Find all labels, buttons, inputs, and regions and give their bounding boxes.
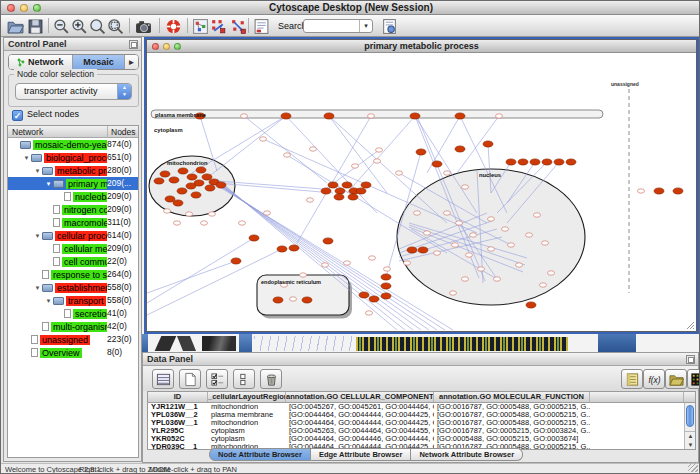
network-window-titlebar[interactable]: primary metabolic process (147, 40, 696, 53)
tab-edge-attribute-browser[interactable]: Edge Attribute Browser (311, 448, 411, 461)
graph-node[interactable] (566, 159, 576, 165)
graph-edge[interactable] (147, 261, 236, 293)
graph-node-small[interactable] (209, 212, 216, 216)
tree-row[interactable]: macromolecule311(0) (8, 216, 138, 229)
graph-node-small[interactable] (516, 263, 523, 267)
tree-expand-arrow[interactable]: ▼ (33, 233, 42, 239)
help-button[interactable] (165, 17, 183, 35)
tab-network[interactable]: Network (9, 55, 73, 69)
graph-node[interactable] (191, 192, 201, 198)
layout-grid-button[interactable] (210, 17, 228, 35)
graph-node-small[interactable] (508, 243, 515, 247)
tree-expand-arrow[interactable]: ▼ (22, 155, 31, 161)
graph-node[interactable] (328, 182, 338, 188)
graph-node-small[interactable] (241, 114, 248, 118)
graph-node[interactable] (418, 247, 428, 253)
layout-spring-button[interactable] (230, 17, 248, 35)
tree-row[interactable]: multi-organism pro42(0) (8, 320, 138, 333)
graph-node-small[interactable] (424, 231, 431, 235)
zoom-out-button[interactable] (53, 17, 71, 35)
graph-node[interactable] (202, 174, 212, 180)
graph-node[interactable] (407, 247, 417, 253)
graph-node[interactable] (348, 194, 358, 200)
graph-node-small[interactable] (239, 221, 246, 225)
graph-node-small[interactable] (174, 221, 181, 225)
tree-row[interactable]: ▼establishment of lo558(0) (8, 281, 138, 294)
graph-node-small[interactable] (450, 291, 457, 295)
graph-node-small[interactable] (300, 273, 307, 277)
graph-node[interactable] (342, 182, 352, 188)
graph-node[interactable] (281, 113, 291, 119)
tree-expand-arrow[interactable]: ▼ (44, 298, 53, 304)
tab-overflow-arrow[interactable]: ► (125, 55, 138, 69)
select-all-attributes-button[interactable] (152, 369, 174, 389)
table-scrollbar[interactable]: ▲▼ (684, 403, 695, 449)
new-attribute-button[interactable] (179, 369, 201, 389)
graph-node[interactable] (518, 159, 528, 165)
graph-node-small[interactable] (488, 247, 495, 251)
float-panel-icon[interactable] (129, 40, 138, 49)
graph-node-small[interactable] (444, 171, 451, 175)
graph-node[interactable] (455, 113, 465, 119)
table-row[interactable]: YLR295Ccytoplasm[GO:0045263, GO:0044464,… (148, 427, 695, 435)
graph-node-small[interactable] (462, 185, 469, 189)
birdseye-view-button[interactable] (192, 17, 210, 35)
tab-node-attribute-browser[interactable]: Node Attribute Browser (209, 448, 311, 461)
tree-row[interactable]: ▼primary metabo209(... (8, 177, 138, 190)
graph-node-small[interactable] (414, 211, 421, 215)
graph-node[interactable] (356, 188, 366, 194)
attribute-list-button[interactable] (621, 369, 643, 389)
graph-node-small[interactable] (284, 153, 291, 157)
graph-edge[interactable] (347, 116, 415, 193)
graph-node[interactable] (530, 159, 540, 165)
graph-node[interactable] (506, 159, 516, 165)
graph-node[interactable] (249, 235, 259, 241)
app-resize-grip[interactable] (688, 462, 698, 472)
tree-expand-arrow[interactable]: ▼ (33, 168, 42, 174)
graph-node-small[interactable] (164, 209, 171, 213)
graph-node-small[interactable] (404, 261, 411, 265)
graph-node[interactable] (323, 238, 333, 244)
graph-node[interactable] (160, 171, 170, 177)
graph-node-small[interactable] (374, 159, 381, 163)
tree-row[interactable]: cellular metabol209(0) (8, 242, 138, 255)
graph-node[interactable] (205, 185, 215, 191)
graph-node[interactable] (359, 292, 369, 298)
graph-node[interactable] (361, 182, 371, 188)
graph-node[interactable] (673, 188, 683, 194)
zoom-in-button[interactable] (71, 17, 89, 35)
heatmap-button[interactable] (687, 369, 700, 389)
graph-node[interactable] (277, 246, 287, 252)
graph-edge[interactable] (297, 116, 371, 243)
graph-node[interactable] (526, 302, 536, 308)
graph-node-small[interactable] (466, 253, 473, 257)
tree-row[interactable]: Overview8(0) (8, 346, 138, 359)
float-panel-icon[interactable] (686, 355, 695, 364)
function-builder-button[interactable]: f(x) (643, 369, 665, 389)
graph-node[interactable] (554, 159, 564, 165)
graph-edge[interactable] (207, 116, 286, 178)
graph-node[interactable] (194, 180, 204, 186)
graph-node[interactable] (334, 194, 344, 200)
scrollbar-thumb[interactable] (686, 405, 694, 427)
graph-node[interactable] (369, 296, 379, 302)
graph-node[interactable] (173, 200, 183, 206)
graph-node[interactable] (381, 283, 391, 289)
graph-node-small[interactable] (488, 217, 495, 221)
table-row[interactable]: YPL036W__2plasma membrane[GO:0044464, GO… (148, 411, 695, 419)
graph-node-small[interactable] (434, 251, 441, 255)
tree-row[interactable]: ▼cellular process614(0) (8, 229, 138, 242)
graph-node-small[interactable] (384, 267, 391, 271)
graph-node-small[interactable] (496, 114, 503, 118)
select-nodes-checkbox[interactable]: ✓ (12, 110, 23, 121)
graph-node-small[interactable] (494, 277, 501, 281)
graph-node-small[interactable] (344, 261, 351, 265)
graph-node[interactable] (324, 113, 334, 119)
open-session-button[interactable] (7, 17, 25, 35)
table-column-header[interactable]: ID (148, 392, 208, 402)
graph-node-small[interactable] (470, 233, 477, 237)
tree-row[interactable]: response to stimulu264(0) (8, 268, 138, 281)
unselect-attributes-button[interactable] (233, 369, 255, 389)
tree-expand-arrow[interactable]: ▼ (44, 181, 53, 187)
graph-node[interactable] (654, 188, 664, 194)
